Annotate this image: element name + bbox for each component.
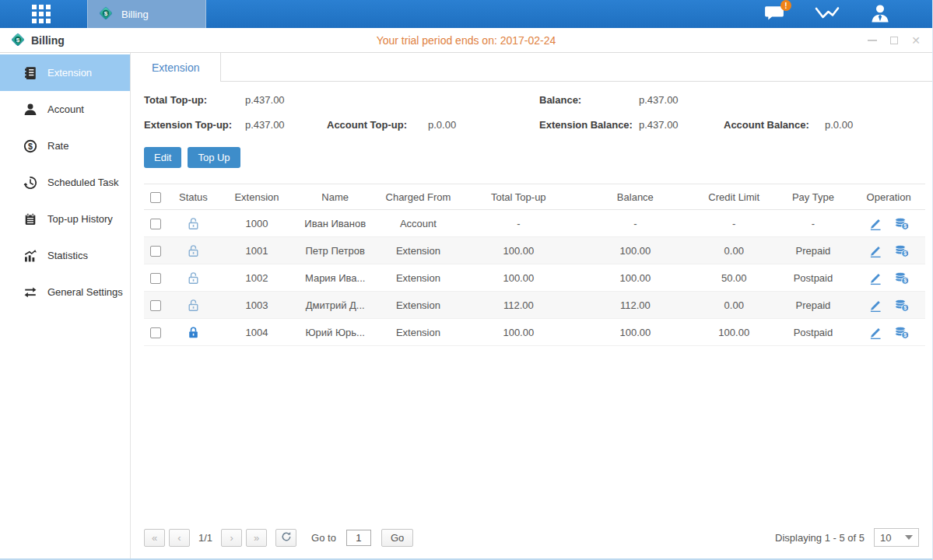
maximize-button[interactable]: [889, 35, 900, 46]
extension-balance-value: p.437.00: [639, 119, 724, 131]
tab-extension[interactable]: Extension: [131, 53, 221, 82]
cell-credit-limit: 50.00: [694, 264, 774, 292]
minimize-button[interactable]: [867, 35, 878, 46]
cell-credit-limit: 0.00: [694, 292, 774, 319]
extension-icon: [23, 66, 37, 80]
column-header: Pay Type: [774, 184, 853, 210]
resource-monitor-button[interactable]: [815, 4, 839, 24]
statistics-icon: [23, 249, 37, 263]
tab-strip-rest: [221, 53, 932, 82]
edit-extension-icon[interactable]: [868, 298, 883, 313]
select-all-checkbox[interactable]: [150, 192, 161, 203]
cell-charged-from: Account: [376, 210, 461, 237]
unlocked-icon: [186, 216, 201, 231]
edit-extension-icon[interactable]: [868, 216, 883, 231]
cell-name: Юрий Юрь...: [294, 319, 376, 346]
cell-charged-from: Extension: [376, 264, 461, 292]
row-checkbox[interactable]: [150, 300, 161, 311]
app-launcher-button[interactable]: [28, 0, 54, 28]
sidebar-item-account[interactable]: Account: [0, 91, 130, 128]
top-up-extension-icon[interactable]: $: [894, 325, 910, 340]
tab-extension-label: Extension: [152, 61, 199, 74]
svg-text:$: $: [16, 37, 20, 44]
cell-pay-type: Prepaid: [774, 292, 853, 319]
sidebar-item-top-up-history[interactable]: Top-up History: [0, 201, 130, 237]
go-button[interactable]: Go: [381, 529, 413, 547]
balance-label: Balance:: [539, 94, 639, 106]
spacer: [724, 94, 825, 106]
cell-pay-type: Postpaid: [774, 264, 853, 292]
line-chart-icon: [815, 5, 840, 24]
sidebar: ExtensionAccount$RateScheduled TaskTop-u…: [0, 53, 131, 558]
go-to-label: Go to: [311, 532, 336, 544]
row-checkbox[interactable]: [150, 246, 161, 257]
top-up-button[interactable]: Top Up: [188, 147, 240, 168]
page-size-select[interactable]: 10: [874, 528, 919, 547]
pagination-bar: « ‹ 1/1 › » Go to Go Displaying 1 - 5 of…: [131, 523, 932, 558]
edit-extension-icon[interactable]: [868, 325, 883, 340]
top-up-extension-icon[interactable]: $: [894, 271, 910, 285]
rate-icon: $: [23, 139, 37, 153]
sidebar-item-general-settings[interactable]: General Settings: [0, 274, 130, 310]
user-account-button[interactable]: [868, 4, 892, 24]
top-up-extension-icon[interactable]: $: [894, 298, 910, 313]
prev-page-button[interactable]: ‹: [169, 529, 190, 547]
extension-table: StatusExtensionNameCharged FromTotal Top…: [131, 168, 932, 523]
svg-text:$: $: [104, 10, 108, 17]
refresh-icon: [281, 531, 292, 544]
cell-name: Иван Иванов: [294, 210, 376, 237]
account-top-up-value: p.0.00: [428, 119, 539, 131]
sidebar-item-label: Account: [47, 103, 84, 115]
top-bar: $ Billing !: [0, 0, 932, 28]
page-indicator: 1/1: [198, 532, 212, 544]
edit-extension-icon[interactable]: [868, 271, 883, 285]
row-checkbox[interactable]: [150, 219, 161, 229]
sidebar-item-scheduled-task[interactable]: Scheduled Task: [0, 164, 130, 201]
chat-button[interactable]: !: [763, 4, 786, 24]
svg-text:$: $: [903, 250, 907, 257]
cell-balance: 100.00: [577, 237, 694, 264]
column-header: Balance: [577, 184, 694, 210]
go-to-page-input[interactable]: [346, 530, 371, 546]
account-icon: [23, 103, 37, 117]
last-page-button[interactable]: »: [246, 529, 267, 547]
sidebar-item-label: Top-up History: [47, 213, 113, 225]
column-header: Operation: [852, 184, 925, 210]
tab-strip: Extension: [131, 53, 932, 82]
top-up-extension-icon[interactable]: $: [894, 243, 910, 258]
window-title: Billing: [31, 34, 65, 47]
refresh-button[interactable]: [275, 529, 296, 547]
cell-charged-from: Extension: [376, 319, 461, 346]
cell-total-top-up: 100.00: [461, 237, 577, 264]
close-button[interactable]: ✕: [910, 35, 921, 46]
billing-app-icon: $: [11, 33, 26, 47]
cell-balance: 112.00: [577, 292, 694, 319]
page-size-value: 10: [880, 532, 891, 544]
cell-total-top-up: -: [461, 210, 577, 237]
cell-credit-limit: 0.00: [694, 237, 774, 264]
topbar-tab-billing[interactable]: $ Billing: [87, 0, 206, 28]
sidebar-item-rate[interactable]: $Rate: [0, 128, 130, 164]
cell-credit-limit: 100.00: [694, 319, 774, 346]
toolbar: Edit Top Up: [131, 131, 932, 168]
next-page-button[interactable]: ›: [221, 529, 242, 547]
first-page-button[interactable]: «: [144, 529, 165, 547]
sidebar-item-statistics[interactable]: Statistics: [0, 237, 130, 274]
account-top-up-label: Account Top-up:: [327, 119, 428, 131]
table-row: 1004Юрий Юрь...Extension100.00100.00100.…: [144, 319, 925, 346]
top-up-extension-icon[interactable]: $: [894, 216, 910, 231]
topbar-tab-label: Billing: [121, 9, 149, 20]
column-header: Name: [294, 184, 376, 210]
row-checkbox[interactable]: [150, 273, 161, 284]
cell-balance: 100.00: [577, 264, 694, 292]
edit-button[interactable]: Edit: [144, 147, 181, 168]
app-grid-icon: [32, 5, 51, 23]
edit-extension-icon[interactable]: [868, 243, 883, 258]
table-row: 1000Иван ИвановAccount----$: [144, 210, 925, 237]
sidebar-item-extension[interactable]: Extension: [0, 54, 130, 91]
column-header: Extension: [219, 184, 295, 210]
table-row: 1002Мария Ива...Extension100.00100.0050.…: [144, 264, 925, 292]
row-checkbox[interactable]: [150, 327, 161, 338]
account-balance-label: Account Balance:: [724, 119, 825, 131]
cell-extension: 1001: [219, 237, 295, 264]
